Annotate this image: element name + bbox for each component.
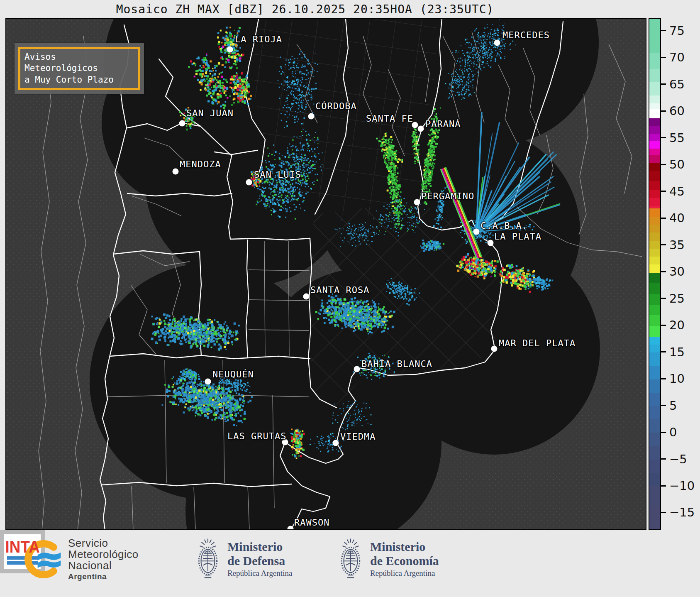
defensa-line-1: Ministerio xyxy=(227,540,292,554)
colorbar-tick-label: 5 xyxy=(669,399,677,412)
city-label: MENDOZA xyxy=(180,159,221,169)
city-marker xyxy=(303,294,310,300)
colorbar-tick-label: 30 xyxy=(669,265,685,278)
warning-line-1: Avisos Meteorológicos xyxy=(24,51,134,74)
colorbar-segment xyxy=(649,379,660,393)
city-marker xyxy=(173,169,179,175)
colorbar-tick-label: 25 xyxy=(669,292,685,305)
colorbar-tick-label: 15 xyxy=(669,346,685,358)
coat-of-arms-icon xyxy=(337,533,364,584)
colorbar-segment xyxy=(649,315,660,326)
city-label: BAHÍA BLANCA xyxy=(361,359,432,369)
colorbar-segment xyxy=(649,241,660,249)
colorbar-segment xyxy=(649,264,660,272)
colorbar-segment xyxy=(649,208,660,216)
colorbar-segment xyxy=(649,134,660,141)
city-marker xyxy=(227,46,233,53)
city-marker xyxy=(473,229,480,235)
colorbar-segment xyxy=(649,305,660,316)
colorbar-segment xyxy=(649,283,660,294)
city-label: LAS GRUTAS xyxy=(227,431,286,441)
colorbar-tick-mark xyxy=(661,244,666,245)
colorbar-tick-mark xyxy=(661,432,666,433)
colorbar-segment xyxy=(649,103,660,109)
city-label: SAN JUAN xyxy=(186,108,234,118)
ministerio-defensa-logo: Ministerio de Defensa República Argentin… xyxy=(194,533,292,584)
ministerio-economia-text: Ministerio de Economía República Argenti… xyxy=(370,540,439,577)
colorbar-tick-label: 45 xyxy=(669,185,685,198)
colorbar-tick-mark xyxy=(661,458,666,460)
city-label: LA PLATA xyxy=(494,231,541,242)
city-marker xyxy=(414,199,420,206)
inta-wordmark: INTA xyxy=(5,539,39,555)
colorbar-tick-mark xyxy=(661,57,666,58)
city-label: RAWSON xyxy=(294,517,329,528)
city-marker xyxy=(491,346,498,352)
city-label: MAR DEL PLATA xyxy=(499,338,576,348)
colorbar-tick-label: 35 xyxy=(669,239,685,251)
page-title: Mosaico ZH MAX [dBZ] 26.10.2025 20:35HOA… xyxy=(0,2,610,16)
colorbar-segment xyxy=(649,118,660,126)
city-marker xyxy=(488,240,494,246)
colorbar: 757065605550454035302520151050−5−10−15 xyxy=(649,18,700,530)
smn-line-2: Meteorológico xyxy=(68,549,139,560)
colorbar-segment xyxy=(649,337,660,345)
colorbar-segment xyxy=(649,352,660,366)
city-marker xyxy=(308,113,315,120)
smn-line-1: Servicio xyxy=(68,538,139,549)
colorbar-tick-label: −10 xyxy=(669,480,695,492)
city-label: SANTA FE xyxy=(366,113,413,124)
colorbar-tick-label: −15 xyxy=(669,506,695,519)
colorbar-segment xyxy=(649,155,660,163)
footer-logo-strip: Servicio Meteorológico Nacional Argentin… xyxy=(0,530,700,597)
warning-box: Avisos Meteorológicos a Muy Corto Plazo xyxy=(15,43,144,94)
colorbar-tick-mark xyxy=(661,298,666,299)
colorbar-tick-label: 75 xyxy=(669,24,685,37)
colorbar-tick-mark xyxy=(661,271,666,272)
colorbar-segment xyxy=(649,69,660,82)
colorbar-segment xyxy=(649,506,660,529)
city-label: SAN LUIS xyxy=(254,169,301,180)
city-label: VIEDMA xyxy=(340,431,376,442)
economia-sub: República Argentina xyxy=(370,569,439,578)
colorbar-tick-mark xyxy=(661,137,666,138)
colorbar-tick-mark xyxy=(661,325,666,326)
city-marker xyxy=(246,179,252,186)
city-marker xyxy=(354,366,360,372)
colorbar-segment xyxy=(649,149,660,155)
colorbar-segment xyxy=(649,53,660,69)
colorbar-tick-label: 50 xyxy=(669,158,685,171)
coat-of-arms-icon xyxy=(194,533,222,584)
defensa-sub: República Argentina xyxy=(227,569,292,578)
smn-logo: Servicio Meteorológico Nacional Argentin… xyxy=(24,538,139,581)
ministerio-defensa-text: Ministerio de Defensa República Argentin… xyxy=(227,540,292,577)
city-marker xyxy=(418,126,424,132)
colorbar-segment xyxy=(649,190,660,198)
colorbar-segment xyxy=(649,257,660,264)
colorbar-segment xyxy=(649,345,660,352)
colorbar-gradient xyxy=(649,18,661,530)
colorbar-segment xyxy=(649,419,660,433)
colorbar-tick-mark xyxy=(661,83,666,85)
colorbar-tick-mark xyxy=(661,30,666,31)
city-label: LA RIOJA xyxy=(235,34,282,44)
colorbar-tick-mark xyxy=(661,164,666,165)
colorbar-segment xyxy=(649,393,660,406)
colorbar-tick-label: 20 xyxy=(669,319,685,331)
colorbar-tick-label: 65 xyxy=(669,78,685,91)
city-marker xyxy=(333,440,339,446)
colorbar-tick-mark xyxy=(661,191,666,192)
colorbar-segment xyxy=(649,249,660,257)
city-label: CÓRDOBA xyxy=(315,101,357,111)
colorbar-tick-label: 10 xyxy=(669,372,685,385)
city-label: MERCEDES xyxy=(502,30,550,40)
city-label: NEUQUÉN xyxy=(212,369,254,379)
colorbar-segment xyxy=(649,473,660,486)
colorbar-tick-label: 55 xyxy=(669,132,685,144)
colorbar-tick-label: −5 xyxy=(669,453,687,465)
colorbar-segment xyxy=(649,406,660,419)
colorbar-segment xyxy=(649,181,660,190)
colorbar-segment xyxy=(649,141,660,149)
radar-map-canvas xyxy=(6,19,646,529)
ministerio-economia-logo: Ministerio de Economía República Argenti… xyxy=(337,533,439,584)
